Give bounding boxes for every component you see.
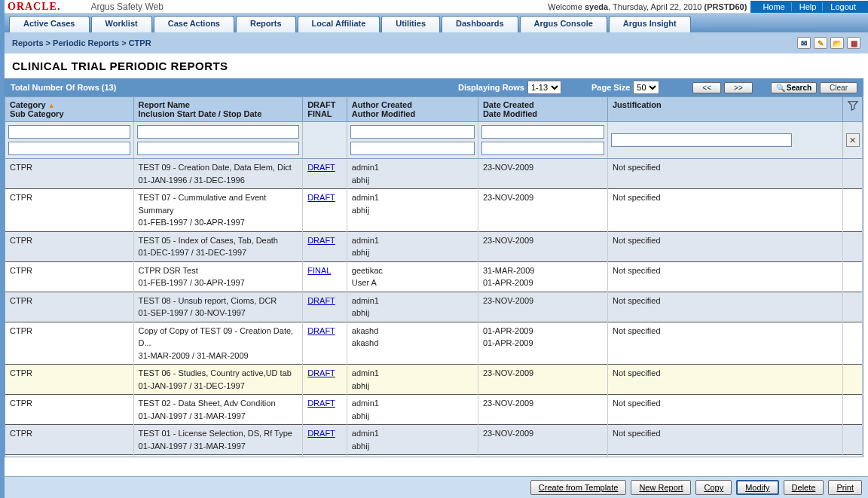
cell-date: 23-NOV-2009 — [478, 159, 607, 189]
filter-author-modified[interactable] — [350, 142, 475, 155]
table-row[interactable]: TEST 10 - Age Group, CMN ProfileDRAFTadm… — [5, 455, 863, 457]
cell-date: 23-NOV-2009 — [478, 395, 607, 425]
table-row[interactable]: CTPRTEST 08 - Unsub report, Cioms, DCR01… — [5, 292, 863, 322]
status-link[interactable]: DRAFT — [307, 163, 335, 172]
search-button[interactable]: 🔍Search — [771, 82, 817, 93]
control-bar: Total Number Of Rows (13) Displaying Row… — [5, 78, 863, 96]
cell-report-name: TEST 07 - Cummulative and Event Summary0… — [133, 189, 303, 232]
filter-category[interactable] — [8, 125, 130, 139]
new-report-button[interactable]: New Report — [631, 480, 691, 495]
col-draft-final[interactable]: DRAFTFINAL — [303, 97, 347, 122]
cell-category: CTPR — [5, 189, 133, 232]
col-justification[interactable]: Justification — [607, 97, 842, 122]
cell-report-name: TEST 02 - Data Sheet, Adv Condition01-JA… — [133, 395, 303, 425]
modify-button[interactable]: Modify — [736, 480, 778, 495]
cell-report-name: TEST 01 - License Selection, DS, Rf Type… — [133, 425, 303, 455]
filter-author-created[interactable] — [350, 125, 475, 139]
copy-button[interactable]: Copy — [695, 480, 732, 495]
cell-report-name: TEST 08 - Unsub report, Cioms, DCR01-SEP… — [133, 292, 303, 322]
delete-button[interactable]: Delete — [784, 480, 824, 495]
filter-date-created[interactable] — [481, 125, 604, 139]
breadcrumb-text: Reports > Periodic Reports > CTPR — [12, 38, 151, 47]
cell-justification: Not specified — [607, 365, 842, 395]
col-author[interactable]: Author CreatedAuthor Modified — [347, 97, 478, 122]
filter-date-range[interactable] — [137, 142, 300, 155]
col-filter[interactable] — [842, 97, 862, 122]
help-link[interactable]: Help — [793, 2, 824, 11]
status-link[interactable]: DRAFT — [307, 296, 335, 305]
cell-report-name: Copy of Copy of TEST 09 - Creation Date,… — [133, 322, 303, 365]
cell-status: DRAFT — [303, 455, 347, 457]
cell-date: 23-NOV-2009 — [478, 365, 607, 395]
filter-justification[interactable] — [611, 133, 792, 147]
col-category[interactable]: Category ▲Sub Category — [5, 97, 133, 122]
mail-icon[interactable]: ✉ — [797, 37, 811, 49]
clear-button[interactable]: Clear — [820, 82, 857, 93]
cell-justification: Not specified — [607, 189, 842, 232]
tab-worklist[interactable]: Worklist — [91, 16, 152, 32]
table-row[interactable]: CTPRCopy of Copy of TEST 09 - Creation D… — [5, 322, 863, 365]
table-row[interactable]: CTPRTEST 09 - Creation Date, Data Elem, … — [5, 159, 863, 189]
table-row[interactable]: CTPRTEST 06 - Studies, Country active,UD… — [5, 365, 863, 395]
cell-date — [478, 455, 607, 457]
page-size-select[interactable]: 50 — [633, 81, 659, 94]
logout-link[interactable]: Logout — [824, 2, 862, 11]
table-row[interactable]: CTPRTEST 01 - License Selection, DS, Rf … — [5, 425, 863, 455]
tab-dashboards[interactable]: Dashboards — [442, 16, 518, 32]
displaying-select[interactable]: 1-13 — [527, 81, 561, 94]
col-date[interactable]: Date CreatedDate Modified — [478, 97, 607, 122]
filter-icon — [848, 100, 858, 111]
status-link[interactable]: DRAFT — [307, 368, 335, 377]
cell-justification: Not specified — [607, 395, 842, 425]
cell-report-name: TEST 06 - Studies, Country active,UD tab… — [133, 365, 303, 395]
prev-page-button[interactable]: << — [692, 82, 721, 93]
table-row[interactable]: CTPRTEST 02 - Data Sheet, Adv Condition0… — [5, 395, 863, 425]
tab-utilities[interactable]: Utilities — [381, 16, 440, 32]
status-link[interactable]: DRAFT — [307, 326, 335, 335]
create-from-template-button[interactable]: Create from Template — [530, 480, 627, 495]
main-tabs: Active Cases Worklist Case Actions Repor… — [5, 14, 868, 32]
next-page-button[interactable]: >> — [724, 82, 753, 93]
tab-argus-insight[interactable]: Argus Insight — [609, 16, 691, 32]
cell-justification — [607, 455, 842, 457]
status-link[interactable]: FINAL — [307, 266, 331, 275]
tab-local-affiliate[interactable]: Local Affiliate — [298, 16, 381, 32]
cell-author: admin1abhij — [347, 292, 478, 322]
cell-date: 23-NOV-2009 — [478, 231, 607, 261]
status-link[interactable]: DRAFT — [307, 193, 335, 202]
cell-justification: Not specified — [607, 159, 842, 189]
cell-status: DRAFT — [303, 231, 347, 261]
grid-icon[interactable]: ▦ — [847, 37, 860, 49]
table-row[interactable]: CTPRTEST 07 - Cummulative and Event Summ… — [5, 189, 863, 232]
status-link[interactable]: DRAFT — [307, 236, 335, 245]
cell-date: 23-NOV-2009 — [478, 425, 607, 455]
welcome-text: Welcome syeda, Thursday, April 22, 2010 … — [548, 2, 750, 11]
tab-case-actions[interactable]: Case Actions — [154, 16, 234, 32]
cell-status: DRAFT — [303, 322, 347, 365]
print-button[interactable]: Print — [828, 480, 862, 495]
filter-report-name[interactable] — [137, 125, 300, 139]
tab-reports[interactable]: Reports — [236, 16, 296, 32]
filter-subcategory[interactable] — [8, 142, 130, 155]
tab-active-cases[interactable]: Active Cases — [9, 16, 90, 32]
cell-report-name: TEST 10 - Age Group, CMN Profile — [133, 455, 303, 457]
table-row[interactable]: CTPRTEST 05 - Index of Cases, Tab, Death… — [5, 231, 863, 261]
col-report-name[interactable]: Report NameInclusion Start Date / Stop D… — [133, 97, 303, 122]
sort-asc-icon: ▲ — [48, 102, 55, 109]
new-doc-icon[interactable]: ✎ — [814, 37, 827, 49]
status-link[interactable]: DRAFT — [307, 429, 335, 438]
open-icon[interactable]: 📂 — [830, 37, 844, 49]
status-link[interactable]: DRAFT — [307, 399, 335, 408]
clear-filter-button[interactable]: ✕ — [846, 133, 860, 147]
breadcrumb: Reports > Periodic Reports > CTPR ✉ ✎ 📂 … — [5, 32, 868, 53]
home-link[interactable]: Home — [756, 2, 791, 11]
cell-report-name: TEST 09 - Creation Date, Data Elem, Dict… — [133, 159, 303, 189]
header: ORACLE. Argus Safety Web Welcome syeda, … — [0, 0, 868, 14]
tab-argus-console[interactable]: Argus Console — [520, 16, 607, 32]
cell-category: CTPR — [5, 159, 133, 189]
search-icon: 🔍 — [776, 84, 785, 92]
app-title: Argus Safety Web — [90, 2, 164, 12]
filter-date-modified[interactable] — [481, 142, 604, 155]
table-row[interactable]: CTPRCTPR DSR Test01-FEB-1997 / 30-APR-19… — [5, 261, 863, 292]
cell-date: 01-APR-200901-APR-2009 — [478, 322, 607, 365]
